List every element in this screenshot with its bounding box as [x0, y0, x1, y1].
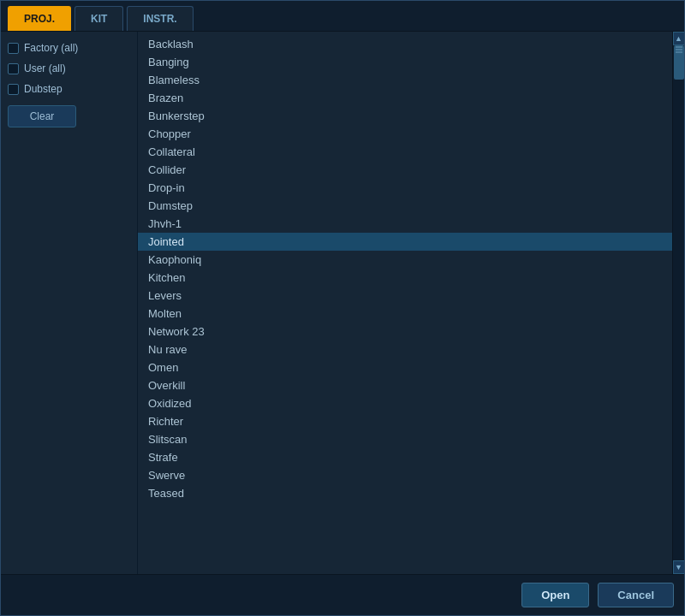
- list-item[interactable]: Strafe: [138, 448, 672, 466]
- file-list-container: BacklashBangingBlamelessBrazenBunkerstep…: [138, 32, 684, 574]
- scrollbar[interactable]: ▲ ▼: [672, 32, 684, 574]
- user-checkbox[interactable]: [8, 63, 19, 74]
- dubstep-label: Dubstep: [24, 83, 63, 95]
- filter-factory[interactable]: Factory (all): [8, 40, 130, 56]
- scroll-thumb[interactable]: [674, 45, 684, 80]
- right-panel: BacklashBangingBlamelessBrazenBunkerstep…: [138, 32, 684, 574]
- filter-dubstep[interactable]: Dubstep: [8, 81, 130, 97]
- factory-label: Factory (all): [24, 42, 78, 54]
- bottom-bar: Open Cancel: [1, 574, 684, 615]
- user-label: User (all): [24, 62, 66, 74]
- list-item[interactable]: Bunkerstep: [138, 107, 672, 125]
- list-item[interactable]: Slitscan: [138, 430, 672, 448]
- open-button[interactable]: Open: [521, 583, 589, 607]
- list-item[interactable]: Banging: [138, 53, 672, 71]
- content-area: Factory (all) User (all) Dubstep Clear B…: [1, 32, 684, 574]
- filter-user[interactable]: User (all): [8, 61, 130, 76]
- tab-bar: PROJ. KIT INSTR.: [1, 1, 684, 32]
- tab-proj[interactable]: PROJ.: [8, 6, 71, 31]
- list-item[interactable]: Brazen: [138, 89, 672, 107]
- list-item[interactable]: Nu rave: [138, 341, 672, 358]
- list-item[interactable]: Backlash: [138, 35, 672, 53]
- list-item[interactable]: Network 23: [138, 323, 672, 341]
- list-item[interactable]: Overkill: [138, 376, 672, 394]
- left-panel: Factory (all) User (all) Dubstep Clear: [1, 32, 138, 574]
- file-dialog: PROJ. KIT INSTR. Factory (all) User (all…: [0, 0, 685, 616]
- list-item[interactable]: Blameless: [138, 71, 672, 89]
- list-item[interactable]: Dumstep: [138, 197, 672, 215]
- list-item[interactable]: Kaophoniq: [138, 251, 672, 269]
- list-item[interactable]: Kitchen: [138, 269, 672, 287]
- list-item[interactable]: Chopper: [138, 125, 672, 143]
- scroll-up-button[interactable]: ▲: [673, 32, 685, 45]
- scroll-down-button[interactable]: ▼: [673, 560, 685, 574]
- list-item[interactable]: Collateral: [138, 143, 672, 161]
- list-item[interactable]: Oxidized: [138, 394, 672, 412]
- list-item[interactable]: Collider: [138, 161, 672, 179]
- list-item[interactable]: Levers: [138, 287, 672, 305]
- clear-button[interactable]: Clear: [8, 105, 76, 127]
- file-list: BacklashBangingBlamelessBrazenBunkerstep…: [138, 32, 672, 574]
- factory-checkbox[interactable]: [8, 43, 19, 54]
- list-item[interactable]: Teased: [138, 484, 672, 502]
- list-item[interactable]: Jointed: [138, 233, 672, 251]
- list-item[interactable]: Jhvh-1: [138, 215, 672, 233]
- list-item[interactable]: Omen: [138, 358, 672, 376]
- list-item[interactable]: Richter: [138, 412, 672, 430]
- list-item[interactable]: Drop-in: [138, 179, 672, 197]
- dubstep-checkbox[interactable]: [8, 84, 19, 95]
- list-item[interactable]: Molten: [138, 305, 672, 323]
- list-item[interactable]: Swerve: [138, 466, 672, 484]
- tab-instr[interactable]: INSTR.: [127, 6, 193, 31]
- scroll-track[interactable]: [673, 45, 685, 560]
- tab-kit[interactable]: KIT: [74, 6, 123, 31]
- cancel-button[interactable]: Cancel: [598, 583, 674, 607]
